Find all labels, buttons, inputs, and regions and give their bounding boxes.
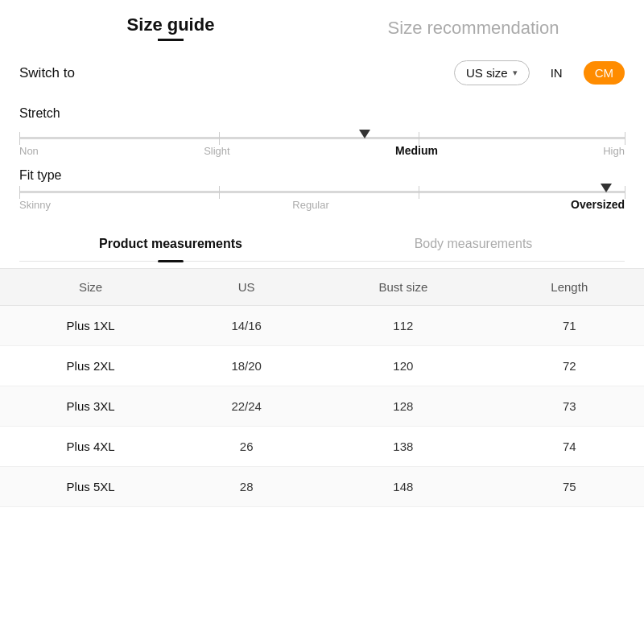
switch-row: Switch to US size ▾ IN CM: [0, 49, 644, 97]
table-row: Plus 4XL2613874: [0, 427, 644, 467]
fit-indicator: [601, 184, 612, 192]
table-cell-4-0: Plus 5XL: [0, 467, 181, 507]
switch-label: Switch to: [19, 65, 75, 81]
tab-body-measurements[interactable]: Body measurements: [322, 229, 625, 261]
table-body: Plus 1XL14/1611271Plus 2XL18/2012072Plus…: [0, 306, 644, 507]
table-row: Plus 1XL14/1611271: [0, 306, 644, 346]
size-recommendation-section: Size recommendation: [322, 18, 625, 39]
size-guide-section: Size guide: [19, 14, 322, 41]
fit-label-skinny: Skinny: [19, 199, 51, 211]
table-cell-2-1: 22/24: [181, 386, 312, 427]
table-cell-0-0: Plus 1XL: [0, 306, 181, 346]
table-cell-0-1: 14/16: [181, 306, 312, 346]
stretch-label-slight: Slight: [204, 145, 230, 157]
table-cell-4-2: 148: [312, 467, 494, 507]
stretch-section: Stretch: [0, 97, 644, 132]
tick-2: [419, 132, 419, 145]
table-row: Plus 5XL2814875: [0, 467, 644, 507]
measurements-table: Size US Bust size Length Plus 1XL14/1611…: [0, 269, 644, 507]
dropdown-value: US size: [466, 66, 508, 80]
fit-label-regular: Regular: [292, 199, 329, 211]
table-cell-1-1: 18/20: [181, 346, 312, 386]
fit-type-label: Fit type: [19, 168, 625, 183]
in-unit-button[interactable]: IN: [539, 61, 574, 85]
size-guide-title: Size guide: [19, 14, 322, 35]
tabs-row: Product measurements Body measurements: [19, 229, 625, 262]
table-cell-4-3: 75: [495, 467, 644, 507]
chevron-down-icon: ▾: [513, 68, 518, 78]
table-row: Plus 2XL18/2012072: [0, 346, 644, 386]
table-cell-1-3: 72: [495, 346, 644, 386]
col-header-size: Size: [0, 269, 181, 306]
tick-1: [219, 132, 220, 145]
fit-label-oversized: Oversized: [571, 198, 625, 211]
fit-tick-3: [625, 186, 625, 199]
stretch-label-non: Non: [19, 145, 39, 157]
fit-tick-2: [419, 186, 419, 199]
cm-unit-button[interactable]: CM: [584, 61, 625, 85]
size-recommendation-title: Size recommendation: [322, 18, 625, 39]
main-container: Size guide Size recommendation Switch to…: [0, 0, 644, 507]
table-header-row: Size US Bust size Length: [0, 269, 644, 306]
table-cell-3-1: 26: [181, 427, 312, 467]
table-cell-2-0: Plus 3XL: [0, 386, 181, 427]
fit-type-labels: Skinny Regular Oversized: [19, 198, 625, 211]
stretch-label: Stretch: [19, 106, 625, 121]
header: Size guide Size recommendation: [0, 0, 644, 49]
table-cell-1-2: 120: [312, 346, 494, 386]
table-cell-0-2: 112: [312, 306, 494, 346]
table-cell-3-3: 74: [495, 427, 644, 467]
col-header-us: US: [181, 269, 312, 306]
stretch-labels: Non Slight Medium High: [19, 144, 625, 157]
table-row: Plus 3XL22/2412873: [0, 386, 644, 427]
tick-0: [19, 132, 20, 145]
fit-type-section: Fit type Skinny Regular Oversized: [0, 162, 644, 214]
fit-type-track: [19, 191, 625, 193]
table-cell-3-0: Plus 4XL: [0, 427, 181, 467]
table-cell-2-3: 73: [495, 386, 644, 427]
stretch-track: [19, 137, 625, 139]
table-cell-3-2: 138: [312, 427, 494, 467]
measurements-table-container: Size US Bust size Length Plus 1XL14/1611…: [0, 268, 644, 507]
table-cell-4-1: 28: [181, 467, 312, 507]
title-underline: [158, 39, 184, 41]
us-size-dropdown[interactable]: US size ▾: [454, 60, 530, 85]
tick-3: [625, 132, 625, 145]
tab-product-measurements[interactable]: Product measurements: [19, 229, 322, 261]
fit-tick-1: [219, 186, 220, 199]
stretch-indicator: [359, 130, 370, 138]
col-header-bust: Bust size: [312, 269, 494, 306]
fit-tick-0: [19, 186, 20, 199]
stretch-label-medium: Medium: [395, 144, 438, 157]
col-header-length: Length: [495, 269, 644, 306]
table-cell-2-2: 128: [312, 386, 494, 427]
stretch-slider-wrap: Non Slight Medium High: [0, 137, 644, 157]
stretch-label-high: High: [603, 145, 625, 157]
table-cell-1-0: Plus 2XL: [0, 346, 181, 386]
table-cell-0-3: 71: [495, 306, 644, 346]
